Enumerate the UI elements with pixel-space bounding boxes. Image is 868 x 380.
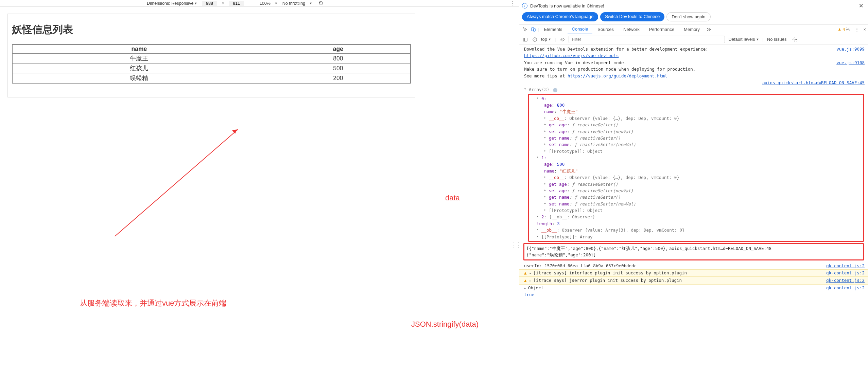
chevron-down-icon: ▼	[548, 38, 551, 41]
live-expression-icon[interactable]	[559, 36, 565, 42]
warning-icon: ▲	[837, 27, 841, 32]
clear-console-icon[interactable]	[532, 36, 538, 42]
table-row: 牛魔王 800	[12, 54, 411, 64]
log-message: [itrace says] jserror plugin init succes…	[534, 278, 682, 283]
warning-icon: ▲	[524, 277, 527, 284]
close-icon[interactable]: ×	[857, 1, 865, 10]
tree-leaf: name: "红孩儿"	[544, 168, 863, 174]
tab-elements[interactable]: Elements	[539, 25, 567, 34]
tabs-overflow-icon[interactable]: ≫	[705, 27, 714, 32]
tree-leaf: age: 800	[544, 102, 863, 108]
tab-network[interactable]: Network	[619, 25, 644, 34]
tree-node[interactable]: __ob__: Observer {value: {…}, dep: Dep, …	[544, 174, 863, 181]
tree-leaf: length: 3	[537, 220, 863, 227]
inspect-icon[interactable]	[521, 26, 529, 32]
svg-line-6	[533, 38, 536, 41]
log-link[interactable]: https://github.com/vuejs/vue-devtools	[524, 53, 619, 58]
dimensions-dropdown[interactable]: Dimensions: Responsive	[147, 1, 194, 6]
console-settings-icon[interactable]	[792, 36, 797, 42]
device-toggle-icon[interactable]	[530, 26, 537, 32]
log-message: [itrace says] interface plugin init succ…	[534, 270, 687, 275]
annotation-arrowhead	[232, 128, 238, 134]
tree-node[interactable]: get age: ƒ reactiveGetter()	[544, 181, 863, 187]
data-table: name age 牛魔王 800 红孩儿 500 蜈蚣精	[12, 44, 411, 84]
tree-node[interactable]: 0:	[537, 95, 863, 102]
tree-node[interactable]: 1:	[537, 155, 863, 161]
source-link[interactable]: qk-content.js:2	[826, 277, 865, 284]
tree-leaf: name: "牛魔王"	[544, 108, 863, 115]
chip-dont-show[interactable]: Don't show again	[666, 12, 710, 21]
annotation-box: [{"name":"牛魔王","age":800},{"name":"红孩儿",…	[523, 243, 864, 260]
throttling-dropdown[interactable]: No throttling	[282, 1, 305, 6]
page-title: 妖怪信息列表	[12, 23, 411, 37]
issues-counter[interactable]: No Issues	[767, 37, 787, 42]
cell-age: 200	[266, 73, 411, 84]
log-message: [{"name":"牛魔王","age":800},{"name":"红孩儿",…	[526, 245, 669, 258]
width-input[interactable]	[202, 1, 217, 6]
info-icon: i	[553, 88, 557, 92]
log-levels-dropdown[interactable]: Default levels▼	[728, 37, 759, 42]
devtools-info-bar: i DevTools is now available in Chinese! …	[519, 0, 868, 11]
toggle-sidebar-icon[interactable]	[522, 36, 528, 42]
zoom-dropdown[interactable]: 100%	[260, 1, 271, 6]
tree-node[interactable]: set age: ƒ reactiveSetter(newVal)	[544, 187, 863, 194]
rotate-icon[interactable]	[318, 1, 324, 6]
tree-node[interactable]: 2: {__ob__: Observer}	[537, 214, 863, 220]
log-message: userId: 1570e08d-66ea-ffa6-8b9a-657c9e0b…	[524, 263, 823, 269]
log-message: You are running Vue in development mode.…	[524, 59, 834, 79]
log-link[interactable]: https://vuejs.org/guide/deployment.html	[568, 73, 667, 78]
source-link[interactable]: vue.js:9099	[836, 46, 865, 59]
tree-node[interactable]: get age: ƒ reactiveGetter()	[544, 122, 863, 128]
tree-node[interactable]: set age: ƒ reactiveSetter(newVal)	[544, 128, 863, 135]
log-message: true	[524, 291, 865, 298]
tab-sources[interactable]: Sources	[593, 25, 618, 34]
info-icon: i	[522, 3, 527, 8]
tree-node[interactable]: [[Prototype]]: Object	[544, 148, 863, 155]
cell-name: 红孩儿	[12, 64, 266, 73]
source-link[interactable]: axios_quickstart.htm…d=RELOAD_ON_SAVE:48	[669, 245, 771, 252]
tree-node[interactable]: set name: ƒ reactiveSetter(newVal)	[544, 141, 863, 148]
log-message: Object	[528, 285, 543, 290]
tab-console[interactable]: Console	[568, 24, 593, 34]
filter-input[interactable]	[569, 36, 725, 43]
tree-node[interactable]: get name: ƒ reactiveGetter()	[544, 194, 863, 200]
chip-always-match[interactable]: Always match Chrome's language	[522, 12, 598, 21]
height-input[interactable]	[229, 1, 244, 6]
info-text: DevTools is now available in Chinese!	[530, 3, 604, 8]
more-options-icon[interactable]: ⋮	[509, 0, 515, 6]
rendered-page: 妖怪信息列表 name age 牛魔王 800 红孩儿 500	[7, 14, 415, 97]
warnings-counter[interactable]: ▲4	[837, 27, 845, 32]
close-devtools-icon[interactable]: ×	[863, 27, 866, 32]
tab-performance[interactable]: Performance	[645, 25, 679, 34]
table-row: 蜈蚣精 200	[12, 73, 411, 84]
svg-point-8	[794, 39, 795, 40]
warning-icon: ▲	[524, 270, 527, 276]
svg-rect-0	[531, 28, 534, 31]
kebab-icon[interactable]: ⋮	[855, 27, 859, 32]
tree-node[interactable]: get name: ƒ reactiveGetter()	[544, 135, 863, 141]
source-link[interactable]: qk-content.js:2	[826, 263, 865, 269]
cell-age: 800	[266, 54, 411, 64]
console-output[interactable]: Download the Vue Devtools extension for …	[519, 44, 868, 380]
tree-node[interactable]: Array(3) i	[524, 86, 868, 93]
source-link[interactable]: qk-content.js:2	[826, 285, 865, 291]
device-toolbar: Dimensions: Responsive ▼ × 100%▼ No thro…	[0, 0, 519, 7]
tree-node[interactable]: [[Prototype]]: Array	[537, 234, 863, 240]
source-link[interactable]: axios_quickstart.htm…d=RELOAD_ON_SAVE:45	[762, 79, 865, 86]
chevron-down-icon: ▼	[756, 38, 759, 41]
source-link[interactable]: vue.js:9108	[836, 59, 865, 79]
table-header-name: name	[12, 44, 266, 54]
tree-node[interactable]: [[Prototype]]: Object	[544, 207, 863, 214]
table-header-age: age	[266, 44, 411, 54]
source-link[interactable]: qk-content.js:2	[826, 270, 865, 276]
tree-node[interactable]: __ob__: Observer {value: {…}, dep: Dep, …	[544, 115, 863, 122]
resize-handle-icon[interactable]: ⋮⋮	[511, 241, 520, 249]
tree-node[interactable]: set name: ƒ reactiveSetter(newVal)	[544, 201, 863, 207]
context-selector[interactable]: top▼	[541, 37, 551, 42]
tab-memory[interactable]: Memory	[679, 25, 704, 34]
tree-node[interactable]: __ob__: Observer {value: Array(3), dep: …	[537, 227, 863, 233]
gear-icon[interactable]	[846, 26, 851, 32]
chevron-down-icon: ▼	[275, 2, 278, 5]
console-toolbar: top▼ | Default levels▼ | No Issues	[519, 34, 868, 44]
chip-switch-chinese[interactable]: Switch DevTools to Chinese	[600, 12, 664, 21]
